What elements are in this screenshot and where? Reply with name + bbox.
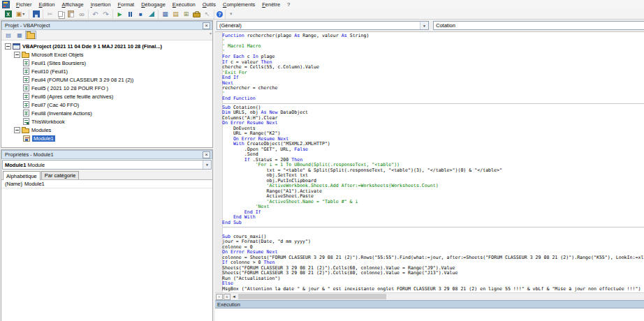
properties-object-dropdown[interactable]: Module1 Module ▼ xyxy=(2,160,212,170)
tree-item-feuil4[interactable]: Feuil4 (FORUM CLASSEUR 3 29 08 21 (2)) xyxy=(1,75,212,84)
code-line[interactable]: URL = Range("K2") xyxy=(222,131,644,137)
code-line[interactable]: ActiveSheet.Paste xyxy=(222,194,644,200)
code-line[interactable]: ' xyxy=(222,91,644,97)
code-text[interactable]: Function rechercher(plage As Range, vale… xyxy=(222,33,644,292)
code-line[interactable]: obj.PutInClipboard xyxy=(222,179,644,184)
code-line[interactable]: MsgBox ("Attention la date " & jour & " … xyxy=(222,287,644,292)
code-line[interactable]: colonne = 0 xyxy=(222,245,644,251)
code-line[interactable]: On Error Resume Next xyxy=(222,121,644,126)
tree-item-microsoft[interactable]: Microsoft Excel Objets xyxy=(1,50,212,59)
code-line[interactable]: obj.SetText txt xyxy=(222,173,644,179)
object-dropdown[interactable]: (Général) ▼ xyxy=(217,21,429,30)
code-line[interactable]: jour = Format(Date, "d mm yyyy") xyxy=(222,239,644,245)
code-line[interactable]: ' xyxy=(222,39,644,45)
tree-item-modules[interactable]: Modules xyxy=(1,126,212,134)
insert-userform-icon[interactable]: ▣ xyxy=(13,10,27,19)
code-line[interactable]: If colonne > 0 Then xyxy=(222,260,644,266)
code-line[interactable]: Columns("A:H").Clear xyxy=(222,116,644,121)
code-line[interactable]: Function rechercher(plage As Range, vale… xyxy=(222,33,644,39)
chevron-down-icon[interactable]: ▼ xyxy=(420,22,428,29)
code-line[interactable]: .Open "GET", URL, False xyxy=(222,147,644,153)
app-icon[interactable] xyxy=(2,1,10,8)
collapse-icon[interactable] xyxy=(5,43,11,50)
code-line[interactable]: cherche = Cells(55, c.Column).Value xyxy=(222,65,644,70)
code-line[interactable]: On Error Resume Next xyxy=(222,250,644,255)
run-icon[interactable]: ▶ xyxy=(115,10,125,19)
view-microsoft-excel-icon[interactable]: X xyxy=(3,10,13,19)
menu-outils[interactable]: Outils xyxy=(199,1,219,8)
tree-item-feuil10[interactable]: Feuil10 (Feuil1) xyxy=(1,67,212,75)
menu-ex-cution[interactable]: Exécution xyxy=(169,1,199,8)
menu-format[interactable]: Format xyxy=(114,1,138,8)
code-line[interactable]: With CreateObject("MSXML2.XMLHTTP") xyxy=(222,142,644,147)
code-line[interactable]: Sub cours_maxi() xyxy=(222,234,644,240)
code-line[interactable]: DoEvents xyxy=(222,126,644,132)
code-line[interactable]: .Send xyxy=(222,152,644,158)
code-line[interactable]: ' Macro1 Macro xyxy=(222,44,644,50)
code-line[interactable]: colonne = Sheets("FORUM CLASSEUR 3 29 08… xyxy=(222,255,644,261)
code-line[interactable]: Next xyxy=(222,81,644,87)
code-line[interactable]: Sheets("FORUM CLASSEUR 3 29 08 21 (2)").… xyxy=(222,271,644,276)
menu-fen-tre[interactable]: Fenêtre xyxy=(258,1,284,8)
project-panel-close-button[interactable]: × xyxy=(203,22,210,29)
code-line[interactable]: End Function xyxy=(222,96,644,102)
code-line[interactable]: End If xyxy=(222,210,644,216)
copy-icon[interactable] xyxy=(55,10,66,19)
tree-item-feuil5[interactable]: Feuil5 ( 2021 10 28 POUR FFO ) xyxy=(1,84,212,92)
code-line[interactable]: 'ActiveWorkbook.Sheets.Add After:=Worksh… xyxy=(222,184,644,189)
code-line[interactable]: If .Status = 200 Then xyxy=(222,158,644,163)
tree-item-feuil7[interactable]: Feuil7 (Cac 40 FFO) xyxy=(1,100,212,109)
code-line[interactable]: ' xyxy=(222,50,644,55)
toolbar-overflow-icon[interactable]: ▾ xyxy=(230,11,233,17)
toolbox-icon[interactable] xyxy=(191,10,202,19)
redo-icon[interactable]: ↷ xyxy=(101,10,111,19)
collapse-icon[interactable] xyxy=(14,127,20,133)
break-icon[interactable] xyxy=(125,10,136,19)
tab-categorized[interactable]: Par catégorie xyxy=(41,171,80,179)
paste-icon[interactable] xyxy=(66,10,76,19)
menu-edition[interactable]: Edition xyxy=(36,1,59,8)
pointer-icon[interactable]: ↖ xyxy=(202,10,212,19)
cut-icon[interactable]: ✂ xyxy=(45,10,55,19)
object-browser-icon[interactable]: ⊞ xyxy=(181,10,191,19)
code-line[interactable]: 'ActiveSheet.Name = "Table #" & i xyxy=(222,200,644,205)
immediate-window-body[interactable] xyxy=(215,308,644,321)
code-line[interactable]: 'Next xyxy=(222,204,644,210)
reset-icon[interactable]: ■ xyxy=(136,10,146,19)
undo-icon[interactable]: ↶ xyxy=(90,10,101,19)
code-line[interactable]: For Each c In plage xyxy=(222,54,644,60)
code-line[interactable]: On Error Resume Next xyxy=(222,137,644,142)
code-line[interactable]: Sub Cotation() xyxy=(222,105,644,111)
code-line[interactable]: Range("A1").Activate xyxy=(222,189,644,195)
code-editor[interactable]: Function rechercher(plage As Range, vale… xyxy=(215,31,644,292)
tree-item-feuil1[interactable]: Feuil1 (Sites Boursiers) xyxy=(1,59,212,67)
tab-alphabetic[interactable]: Alphabétique xyxy=(3,171,41,180)
code-line[interactable]: 'For i = 1 To UBound(Split(.responseText… xyxy=(222,163,644,168)
menu-fichier[interactable]: Fichier xyxy=(13,1,36,8)
menu-d-bogage[interactable]: Débogage xyxy=(138,1,169,8)
toggle-folders-icon[interactable] xyxy=(25,31,36,39)
code-line[interactable]: Dim URLS, obj As New DataObject xyxy=(222,110,644,116)
project-toolbar-overflow-icon[interactable]: ▾ xyxy=(210,31,212,36)
full-module-view-button[interactable]: ≡ xyxy=(224,294,230,300)
code-line[interactable]: 'Exit For xyxy=(222,70,644,76)
menu-insertion[interactable]: Insertion xyxy=(87,1,115,8)
collapse-icon[interactable] xyxy=(14,52,20,58)
save-icon[interactable] xyxy=(31,10,41,19)
code-line[interactable]: rechercher = cherche xyxy=(222,86,644,91)
properties-window-icon[interactable]: ▤ xyxy=(170,10,181,19)
menu-affichage[interactable]: Affichage xyxy=(58,1,87,8)
chevron-down-icon[interactable]: ▼ xyxy=(203,160,211,169)
menu-compl-ments[interactable]: Compléments xyxy=(219,1,258,8)
code-line[interactable]: Else xyxy=(222,281,644,287)
code-line[interactable]: End Sub xyxy=(222,221,644,226)
code-line[interactable]: txt = "<table" & Split(Split(.responseTe… xyxy=(222,168,644,174)
help-icon[interactable]: ? xyxy=(216,10,224,19)
design-mode-icon[interactable] xyxy=(146,10,156,19)
view-code-icon[interactable]: ▤ xyxy=(3,31,14,39)
code-line[interactable]: Run ("Actualisation") xyxy=(222,276,644,282)
procedure-view-button[interactable]: ▪ xyxy=(216,294,223,300)
tree-item-thisworkbook[interactable]: ThisWorkbook xyxy=(1,117,212,126)
scroll-left-icon[interactable]: ◄ xyxy=(230,294,237,299)
find-icon[interactable]: oo xyxy=(76,10,87,19)
